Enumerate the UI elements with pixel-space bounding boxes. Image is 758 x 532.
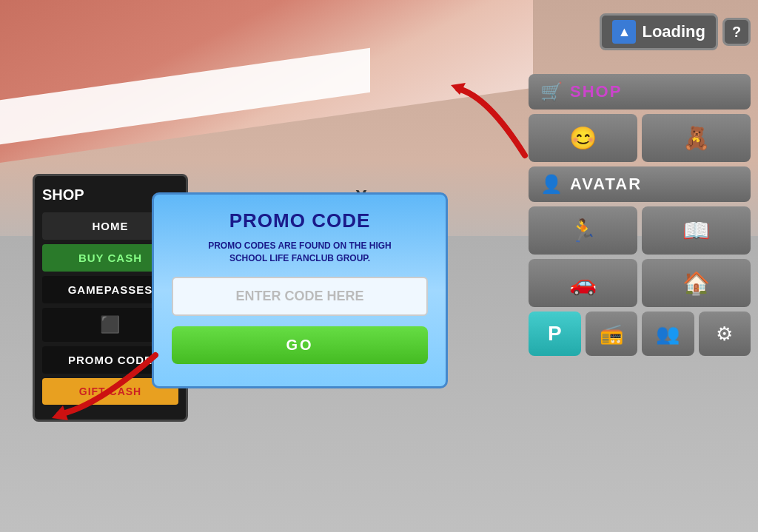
loading-icon: ▲ [612, 20, 636, 44]
house-icon: 🏠 [682, 270, 710, 296]
go-button[interactable]: GO [172, 326, 428, 364]
right-panel: 🛒 SHOP 😊 🧸 👤 AVATAR 🏃 📖 🚗 🏠 P [529, 74, 751, 356]
loading-label: Loading [642, 22, 705, 41]
icon-row-4: P 📻 👥 ⚙ [529, 312, 751, 356]
gear-button[interactable]: ⚙ [699, 312, 751, 356]
parking-icon: P [548, 322, 562, 346]
smiley-icon: 😊 [569, 125, 597, 151]
book-icon: 📖 [682, 218, 710, 243]
radio-button[interactable]: 📻 [586, 312, 638, 356]
question-button[interactable]: ? [722, 18, 751, 46]
teddy-button[interactable]: 🧸 [642, 114, 751, 162]
car-button[interactable]: 🚗 [529, 259, 637, 307]
special-icon: ⬛ [100, 315, 121, 334]
people-button[interactable]: 👥 [642, 312, 694, 356]
people-icon: 👥 [656, 323, 680, 346]
avatar-icon: 👤 [540, 174, 563, 195]
icon-row-1: 😊 🧸 [529, 114, 751, 162]
cart-icon: 🛒 [540, 81, 563, 102]
question-label: ? [732, 24, 741, 41]
gear-icon: ⚙ [716, 323, 733, 346]
house-button[interactable]: 🏠 [642, 259, 751, 307]
promo-dialog-description: PROMO CODES ARE FOUND ON THE HIGHSCHOOL … [172, 240, 428, 265]
run-button[interactable]: 🏃 [529, 206, 637, 255]
parking-button[interactable]: P [529, 312, 581, 356]
top-bar: ▲ Loading ? [600, 13, 751, 50]
radio-icon: 📻 [600, 323, 623, 346]
avatar-label: AVATAR [570, 175, 642, 194]
car-icon: 🚗 [569, 270, 597, 296]
promo-code-input[interactable] [172, 277, 428, 316]
book-button[interactable]: 📖 [642, 206, 751, 255]
smiley-button[interactable]: 😊 [529, 114, 637, 162]
avatar-button[interactable]: 👤 AVATAR [529, 166, 751, 202]
run-icon: 🏃 [569, 218, 597, 243]
loading-button[interactable]: ▲ Loading [600, 13, 718, 50]
promo-dialog: PROMO CODE PROMO CODES ARE FOUND ON THE … [152, 192, 448, 388]
shop-label: SHOP [570, 82, 622, 101]
teddy-icon: 🧸 [682, 125, 710, 151]
icon-row-3: 🚗 🏠 [529, 259, 751, 307]
icon-row-2: 🏃 📖 [529, 206, 751, 255]
promo-dialog-title: PROMO CODE [172, 209, 428, 232]
shop-button[interactable]: 🛒 SHOP [529, 74, 751, 110]
